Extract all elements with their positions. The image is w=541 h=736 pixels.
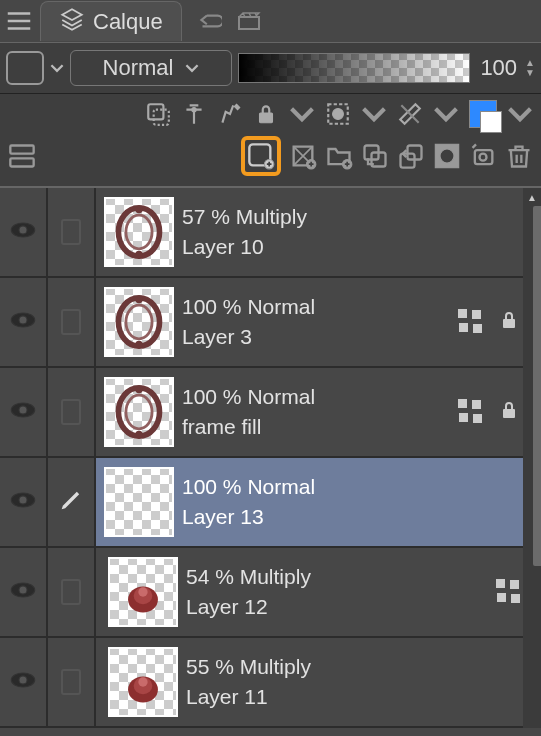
layer-row[interactable]: 100 % Normal Layer 3 [0,278,541,368]
eye-icon [9,306,37,339]
layer-row[interactable]: 100 % Normal Layer 13 [0,458,541,548]
layer-thumbnail[interactable] [104,377,174,447]
new-raster-layer-button[interactable] [241,136,281,176]
tab-layers[interactable]: Calque [40,1,182,41]
svg-point-35 [19,405,27,413]
transfer-to-lower-icon[interactable] [361,142,389,170]
edit-column[interactable] [48,188,96,276]
scrollbar[interactable]: ▲ [523,188,541,728]
layers-icon [59,6,85,37]
mask-indicator-icon [459,310,483,334]
layer-info: 100 % Normal [182,385,459,409]
layer-thumbnail[interactable] [108,647,178,717]
edit-placeholder [61,309,81,335]
lock-transparency-icon[interactable] [253,101,279,127]
new-folder-icon[interactable] [325,142,353,170]
edit-placeholder [61,219,81,245]
svg-point-31 [135,296,142,303]
apply-mask-icon[interactable] [469,142,497,170]
dual-pane-icon[interactable] [8,142,36,170]
layer-info: 100 % Normal [182,475,521,499]
layer-row[interactable]: 55 % Multiply Layer 11 [0,638,541,728]
new-layer-mask-icon[interactable] [433,142,461,170]
swatch-dropdown[interactable] [50,61,64,75]
svg-rect-40 [503,409,515,418]
scroll-thumb[interactable] [533,206,541,566]
opacity-down[interactable]: ▼ [525,69,535,77]
eye-icon [9,396,37,429]
svg-point-18 [440,149,454,163]
layer-info: 54 % Multiply [186,565,497,589]
hamburger-icon[interactable] [4,6,34,36]
blend-mode-select[interactable]: Normal [70,50,232,86]
layer-color-swatch[interactable] [6,51,44,85]
visibility-toggle[interactable] [0,188,48,276]
layer-thumbnail[interactable] [104,197,174,267]
svg-point-49 [19,675,27,683]
chevron-down-icon [185,61,199,75]
layer-thumbnail[interactable] [108,557,178,627]
svg-rect-19 [475,150,493,164]
edit-column[interactable] [48,638,96,726]
layer-row[interactable]: 57 % Multiply Layer 10 [0,188,541,278]
svg-rect-2 [154,110,169,125]
new-vector-layer-icon[interactable] [289,142,317,170]
visibility-toggle[interactable] [0,458,48,546]
chevron-down-icon[interactable] [507,101,533,127]
svg-point-42 [19,495,27,503]
chevron-down-icon[interactable] [361,101,387,127]
ruler-disable-icon[interactable] [397,101,423,127]
layer-thumbnail[interactable] [104,467,174,537]
layer-color-picker[interactable] [469,100,497,128]
lock-icon [497,398,521,427]
svg-point-38 [135,386,142,393]
visibility-toggle[interactable] [0,368,48,456]
edit-column[interactable] [48,368,96,456]
layer-info: 57 % Multiply [182,205,521,229]
undo-icon[interactable] [196,11,222,31]
scroll-up[interactable]: ▲ [523,188,541,206]
svg-point-20 [480,154,487,161]
draft-layer-icon[interactable] [217,101,243,127]
layer-name: Layer 3 [182,325,459,349]
lock-icon [497,308,521,337]
chevron-down-icon[interactable] [289,101,315,127]
edit-placeholder [61,669,81,695]
opacity-slider[interactable] [238,53,470,83]
clip-to-layer-icon[interactable] [145,101,171,127]
eye-icon [9,576,37,609]
layer-name: Layer 11 [186,685,521,709]
eye-icon [9,486,37,519]
edit-column[interactable] [48,548,96,636]
layer-row[interactable]: 100 % Normal frame fill [0,368,541,458]
clapper-icon[interactable] [236,11,262,31]
mask-indicator-icon [459,400,483,424]
mask-indicator-icon [497,580,521,604]
eye-icon [9,666,37,699]
pen-icon [57,486,85,519]
blend-mode-value: Normal [103,55,174,81]
svg-rect-33 [503,319,515,328]
svg-point-32 [135,341,142,348]
svg-point-3 [192,108,196,112]
visibility-toggle[interactable] [0,548,48,636]
svg-point-25 [135,206,142,213]
svg-point-44 [19,585,27,593]
edit-placeholder [61,399,81,425]
mask-enable-icon[interactable] [325,101,351,127]
svg-point-37 [126,395,152,429]
layer-row[interactable]: 54 % Multiply Layer 12 [0,548,541,638]
edit-column[interactable] [48,458,96,546]
svg-point-24 [126,215,152,249]
visibility-toggle[interactable] [0,638,48,726]
edit-column[interactable] [48,278,96,366]
visibility-toggle[interactable] [0,278,48,366]
opacity-value: 100 [480,55,517,81]
opacity-up[interactable]: ▲ [525,59,535,67]
svg-point-47 [138,587,147,596]
reference-layer-icon[interactable] [181,101,207,127]
merge-to-lower-icon[interactable] [397,142,425,170]
layer-thumbnail[interactable] [104,287,174,357]
delete-layer-icon[interactable] [505,142,533,170]
chevron-down-icon[interactable] [433,101,459,127]
